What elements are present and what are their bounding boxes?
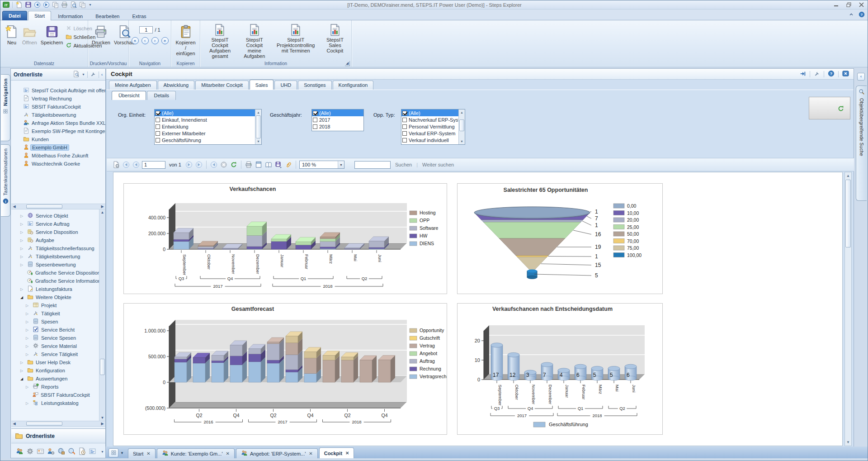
app-logo-icon[interactable]: IT xyxy=(2,1,9,9)
card-icon[interactable] xyxy=(37,447,44,456)
stop-icon[interactable] xyxy=(220,161,228,169)
search-next-button[interactable]: Weiter suchen xyxy=(420,162,457,167)
tree-item[interactable]: ▷Tätigkeitsschnellerfassung xyxy=(11,244,105,252)
save-icon[interactable] xyxy=(24,1,32,9)
globe-package-icon[interactable] xyxy=(57,447,65,456)
book-view-icon[interactable] xyxy=(264,161,273,169)
filter-option[interactable]: (Alle) xyxy=(312,109,363,116)
dialog-launcher-icon[interactable]: ◢ xyxy=(345,61,350,66)
cockpit-help-icon[interactable]: ? xyxy=(828,70,835,78)
filter-listbox[interactable]: (Alle)Nachverkauf ERP-SystePersonal Verm… xyxy=(401,109,465,145)
tree-item[interactable]: ▷Spesenbewertung xyxy=(11,261,105,269)
tree-item[interactable]: ▷Reports xyxy=(11,383,105,391)
tree-item[interactable]: Grafische Service Information xyxy=(11,277,105,285)
fax-icon[interactable] xyxy=(52,1,59,9)
tree1-hscrollbar[interactable]: ◀▶ xyxy=(11,204,105,209)
drucken-button[interactable]: Drucken xyxy=(90,22,112,60)
prev-page-icon[interactable] xyxy=(132,161,140,169)
first-page-button[interactable]: « xyxy=(132,37,139,44)
kopieren-einfuegen-button[interactable]: Kopieren /einfügen xyxy=(173,22,198,60)
tab-overview-button[interactable] xyxy=(108,448,118,457)
list-icon[interactable] xyxy=(89,447,96,456)
tree-item[interactable]: ▷Konfiguration xyxy=(11,366,105,375)
back-icon[interactable] xyxy=(210,161,218,169)
vertical-tab-tastenkombinationen[interactable]: Tastenkombinationen i xyxy=(1,144,10,217)
cockpit-tab-uhd[interactable]: UHD xyxy=(274,81,297,90)
next-page-button[interactable]: › xyxy=(151,37,159,44)
tree-item[interactable]: Grafische Service Disposition xyxy=(11,269,105,277)
filter-option[interactable]: (Alle) xyxy=(401,109,458,116)
page-setup-icon[interactable] xyxy=(255,161,263,169)
tree-item[interactable]: ◢Auswertungen xyxy=(11,375,105,383)
copy-icon[interactable] xyxy=(79,1,86,9)
tree-item[interactable]: ▷Service Tätigkeit xyxy=(11,350,105,358)
cockpit-tab-abwicklung[interactable]: Abwicklung xyxy=(158,81,195,90)
tree-item[interactable]: ▷Service Bericht xyxy=(11,326,105,334)
filter-option[interactable]: Verkauf individuell xyxy=(401,137,458,143)
tree2-hscrollbar[interactable]: ◀▶ xyxy=(11,421,105,427)
filter-option[interactable]: 2018 xyxy=(312,123,363,130)
tree-item[interactable]: Tätigkeitsbewertung xyxy=(11,111,105,119)
filter-listbox[interactable]: (Alle)Einkauf, InnendienstEntwicklungExt… xyxy=(154,109,262,145)
close-tab-icon[interactable]: ✕ xyxy=(309,451,312,456)
tree-item[interactable]: Anfrage Aktion Steps Bundle XXL xyxy=(11,119,105,127)
window-tab-start[interactable]: Start✕ xyxy=(128,448,156,458)
viewer-page-input[interactable]: 1 xyxy=(142,161,165,169)
tree-item[interactable]: Waschtechnik Goerke xyxy=(11,160,105,168)
window-tab-kunde-exemplo-gm-[interactable]: Kunde: 'Exemplo Gm...'✕ xyxy=(157,448,235,458)
search-view-icon[interactable] xyxy=(73,71,80,78)
person-gear-icon[interactable] xyxy=(47,447,55,456)
refresh-preview-box[interactable] xyxy=(809,97,850,119)
new-document-icon[interactable] xyxy=(15,1,23,9)
tree2-vscrollbar[interactable]: ▲ ▼ xyxy=(99,209,105,421)
cockpit-tab-meine-aufgaben[interactable]: Meine Aufgaben xyxy=(109,81,157,90)
prev-page-button[interactable]: ‹ xyxy=(142,37,149,44)
cockpit-subtab-übersicht[interactable]: Übersicht xyxy=(112,91,146,100)
tree-item[interactable]: ▷Tätigkeit xyxy=(11,309,105,318)
filter-option[interactable]: Geschäftsführung xyxy=(155,137,255,143)
ribbon-info-button-3[interactable]: StepsITSales Cockpit xyxy=(321,22,349,60)
tree-item[interactable]: ▷Leistungsfaktura xyxy=(11,285,105,293)
page-number-input[interactable]: 1 xyxy=(139,26,153,33)
attachment-icon[interactable] xyxy=(284,161,292,169)
preview-icon[interactable] xyxy=(70,1,77,9)
vertical-tab-navigation[interactable]: Navigation xyxy=(1,74,10,141)
oeffnen-button[interactable]: Öffnen xyxy=(20,22,39,60)
ribbon-tab-extras[interactable]: Extras xyxy=(126,12,152,21)
help-icon[interactable]: ? xyxy=(859,11,865,19)
filter-option[interactable]: (Alle) xyxy=(155,109,255,116)
filter-listbox[interactable]: (Alle)20172018 xyxy=(311,109,364,131)
filter-option[interactable]: Nachverkauf ERP-Syste xyxy=(401,116,458,123)
doc-clock-icon[interactable] xyxy=(78,447,86,456)
tree-item[interactable]: ▷Tätigkeitsbewertung xyxy=(11,252,105,261)
ordnerliste-banner[interactable]: Ordnerliste xyxy=(11,428,105,443)
save-report-icon[interactable] xyxy=(274,161,283,169)
last-page-icon[interactable] xyxy=(195,161,203,169)
tree-item[interactable]: ▷User Help Desk xyxy=(11,358,105,366)
pin-icon[interactable] xyxy=(800,71,806,78)
neu-button[interactable]: Neu xyxy=(3,22,20,60)
cockpit-tab-konfiguration[interactable]: Konfiguration xyxy=(333,81,374,90)
tree-item[interactable]: StepsIT Cockpit Aufträge mit offen xyxy=(11,86,105,95)
tree-item[interactable]: SBSIT FakturaCockpit xyxy=(11,391,105,399)
phone-globe-icon[interactable] xyxy=(68,447,75,456)
next-page-icon[interactable] xyxy=(185,161,193,169)
vertical-tab-objektsuche[interactable]: Objektübergreifende Suche xyxy=(856,86,867,201)
restore-button[interactable] xyxy=(846,2,851,7)
print-icon[interactable] xyxy=(61,1,68,9)
filter-option[interactable]: Einkauf, Innendienst xyxy=(155,116,255,123)
tree-item[interactable]: ▷Spesen xyxy=(11,318,105,326)
more-icons-dropdown[interactable]: ▼ xyxy=(101,450,104,453)
last-page-button[interactable]: » xyxy=(161,37,169,44)
ribbon-tab-datei[interactable]: Datei xyxy=(2,11,27,21)
export-report-icon[interactable] xyxy=(112,161,120,169)
ribbon-tab-bearbeiten[interactable]: Bearbeiten xyxy=(90,12,125,21)
report-vscrollbar[interactable]: ▲ ▼ xyxy=(844,172,852,446)
tree-item[interactable]: ◢Weitere Objekte xyxy=(11,293,105,301)
close-button[interactable] xyxy=(859,2,864,7)
cockpit-tab-mitarbeiter-cockpit[interactable]: Mitarbeiter Cockpit xyxy=(195,81,249,90)
filter-option[interactable]: Verkauf ERP-System xyxy=(401,130,458,137)
refresh-report-icon[interactable] xyxy=(230,161,238,169)
close-tab-icon[interactable]: ✕ xyxy=(146,451,150,456)
tree-item[interactable]: ▷Service Auftrag xyxy=(11,220,105,228)
